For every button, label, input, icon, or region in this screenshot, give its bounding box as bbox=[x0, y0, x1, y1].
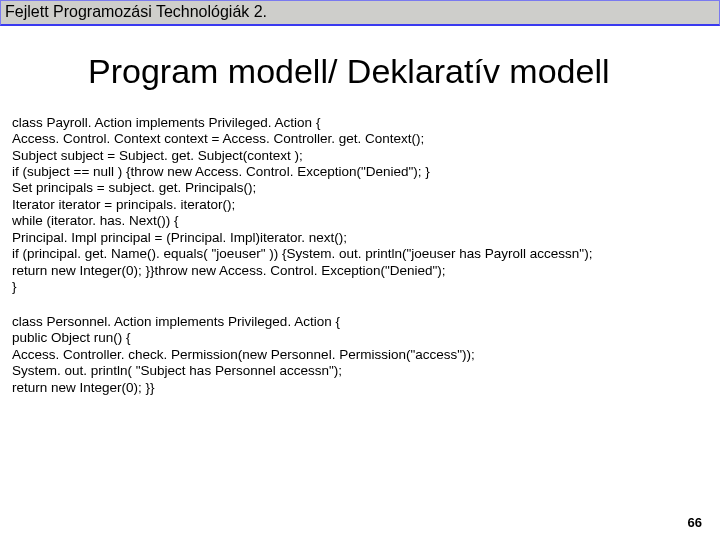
slide-title: Fejlett Programozási Technológiák 2. bbox=[5, 3, 267, 20]
code-block-2: class Personnel. Action implements Privi… bbox=[12, 314, 708, 396]
page-number: 66 bbox=[688, 515, 702, 530]
code-block-1: class Payroll. Action implements Privile… bbox=[12, 115, 708, 296]
title-bar: Fejlett Programozási Technológiák 2. bbox=[0, 0, 720, 26]
page-heading: Program modell/ Deklaratív modell bbox=[88, 52, 720, 91]
